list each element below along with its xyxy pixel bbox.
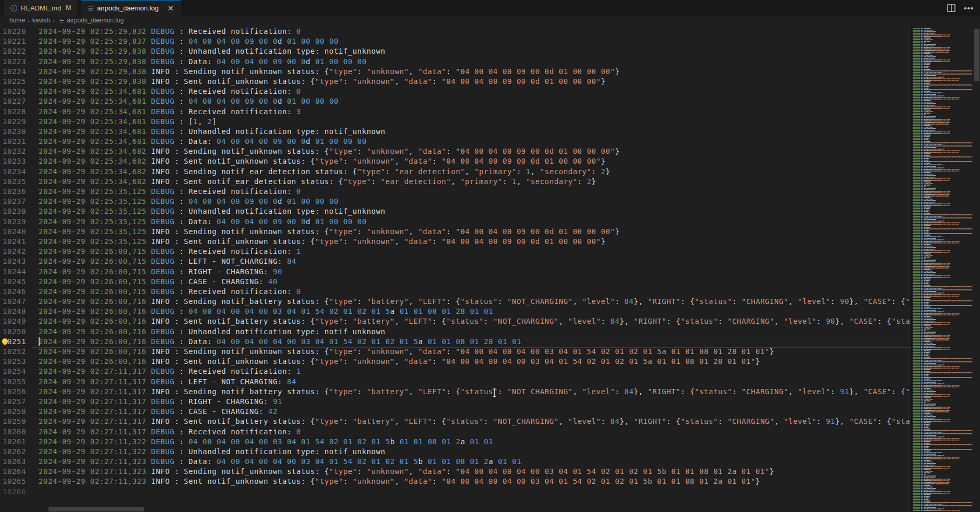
log-line[interactable]: 102452024-09-29 02:26:00,715 DEBUG : CAS… bbox=[0, 277, 911, 287]
line-number: 10220 bbox=[0, 27, 26, 36]
log-line[interactable]: 102502024-09-29 02:26:00,716 DEBUG : Unh… bbox=[0, 327, 911, 337]
log-line[interactable]: 102562024-09-29 02:27:11,317 INFO : Send… bbox=[0, 387, 911, 397]
log-line-text: 2024-09-29 02:25:34,682 INFO : Sent noti… bbox=[39, 177, 596, 186]
log-line[interactable]: 102522024-09-29 02:26:00,716 INFO : Send… bbox=[0, 347, 911, 357]
log-line-text: 2024-09-29 02:25:35,125 INFO : Sent noti… bbox=[39, 237, 606, 246]
log-line[interactable]: 102652024-09-29 02:27:11,323 INFO : Sent… bbox=[0, 477, 911, 486]
line-number: 10239 bbox=[0, 217, 26, 227]
breadcrumb: home › kavish › ☰ airpods_daemon.log bbox=[0, 16, 911, 25]
log-line-text: 2024-09-29 02:25:35,125 DEBUG : Unhandle… bbox=[39, 207, 385, 215]
breadcrumb-item-home[interactable]: home bbox=[9, 17, 25, 24]
log-line-text: 2024-09-29 02:25:35,125 INFO : Sending n… bbox=[39, 227, 619, 236]
log-line[interactable]: 102212024-09-29 02:25:29,837 DEBUG : 04 … bbox=[0, 36, 911, 46]
log-line[interactable]: 102352024-09-29 02:25:34,682 INFO : Sent… bbox=[0, 177, 911, 187]
vertical-scrollbar-thumb[interactable] bbox=[974, 29, 979, 81]
log-line[interactable]: 102312024-09-29 02:25:34,681 DEBUG : Dat… bbox=[0, 137, 911, 147]
line-number: 10255 bbox=[0, 377, 26, 387]
log-line[interactable]: 102602024-09-29 02:27:11,317 DEBUG : Rec… bbox=[0, 427, 911, 437]
log-line[interactable]: 102402024-09-29 02:25:35,125 INFO : Send… bbox=[0, 227, 911, 237]
minimap[interactable] bbox=[911, 25, 973, 512]
line-number: 10252 bbox=[0, 347, 26, 357]
lightbulb-icon[interactable] bbox=[2, 338, 8, 344]
log-line[interactable]: 102442024-09-29 02:26:00,715 DEBUG : RIG… bbox=[0, 267, 911, 277]
log-line-text: 2024-09-29 02:26:00,715 DEBUG : CASE - C… bbox=[39, 277, 278, 286]
log-line[interactable]: 102482024-09-29 02:26:00,716 DEBUG : 04 … bbox=[0, 307, 911, 316]
log-line[interactable]: 102592024-09-29 02:27:11,317 INFO : Sent… bbox=[0, 417, 911, 426]
tab-readme[interactable]: i README.md M bbox=[4, 0, 77, 16]
chevron-right-icon: › bbox=[27, 17, 31, 23]
line-number: 10235 bbox=[0, 177, 26, 187]
line-number: 10250 bbox=[0, 327, 26, 337]
log-line[interactable]: 102292024-09-29 02:25:34,681 DEBUG : [1,… bbox=[0, 117, 911, 127]
horizontal-scrollbar[interactable] bbox=[49, 507, 144, 511]
chevron-right-icon: › bbox=[52, 17, 56, 23]
line-number: 10236 bbox=[0, 187, 26, 197]
log-line[interactable]: 102322024-09-29 02:25:34,682 INFO : Send… bbox=[0, 147, 911, 156]
log-line[interactable]: 102632024-09-29 02:27:11,323 DEBUG : Dat… bbox=[0, 457, 911, 467]
close-icon[interactable]: ✕ bbox=[166, 4, 175, 13]
log-line[interactable]: 102472024-09-29 02:26:00,716 INFO : Send… bbox=[0, 297, 911, 307]
log-line[interactable]: 102282024-09-29 02:25:34,681 DEBUG : Rec… bbox=[0, 107, 911, 117]
log-line-text: 2024-09-29 02:27:11,317 DEBUG : Received… bbox=[39, 428, 301, 436]
log-line[interactable]: 102262024-09-29 02:25:34,681 DEBUG : Rec… bbox=[0, 87, 911, 96]
log-line[interactable]: 102532024-09-29 02:26:00,716 INFO : Sent… bbox=[0, 357, 911, 367]
tab-label: airpods_daemon.log bbox=[97, 4, 159, 12]
log-line-text: 2024-09-29 02:25:35,125 DEBUG : 04 00 04… bbox=[39, 197, 339, 205]
log-line-text: 2024-09-29 02:27:11,323 INFO : Sent noti… bbox=[39, 477, 760, 485]
log-line-text: 2024-09-29 02:27:11,323 DEBUG : Data: 04… bbox=[39, 457, 521, 466]
log-line[interactable]: 102582024-09-29 02:27:11,317 DEBUG : CAS… bbox=[0, 407, 911, 417]
log-line[interactable]: 102342024-09-29 02:25:34,682 INFO : Send… bbox=[0, 167, 911, 177]
log-line-text: 2024-09-29 02:26:00,716 DEBUG : Unhandle… bbox=[39, 327, 385, 336]
log-line-text: 2024-09-29 02:26:00,715 DEBUG : RIGHT - … bbox=[39, 267, 282, 276]
log-line[interactable]: 102202024-09-29 02:25:29,832 DEBUG : Rec… bbox=[0, 27, 911, 36]
log-line-text: 2024-09-29 02:26:00,716 DEBUG : 04 00 04… bbox=[39, 307, 493, 315]
log-line[interactable]: 102412024-09-29 02:25:35,125 INFO : Sent… bbox=[0, 237, 911, 247]
log-line[interactable]: 102362024-09-29 02:25:35,125 DEBUG : Rec… bbox=[0, 187, 911, 197]
log-line[interactable]: 102512024-09-29 02:26:00,716 DEBUG : Dat… bbox=[0, 337, 911, 347]
log-file-icon: ☰ bbox=[88, 5, 93, 11]
log-line[interactable]: 102382024-09-29 02:25:35,125 DEBUG : Unh… bbox=[0, 206, 911, 216]
log-line[interactable]: 102272024-09-29 02:25:34,681 DEBUG : 04 … bbox=[0, 96, 911, 106]
vertical-scrollbar[interactable] bbox=[973, 16, 980, 512]
log-line-text: 2024-09-29 02:27:11,317 INFO : Sent noti… bbox=[39, 417, 911, 425]
split-editor-icon[interactable] bbox=[947, 4, 955, 12]
log-line-text: 2024-09-29 02:27:11,322 DEBUG : Unhandle… bbox=[39, 447, 385, 456]
line-number: 10229 bbox=[0, 117, 26, 127]
line-number: 10244 bbox=[0, 267, 26, 277]
log-line-text: 2024-09-29 02:25:34,681 DEBUG : Data: 04… bbox=[39, 137, 367, 145]
breadcrumb-item-file[interactable]: airpods_daemon.log bbox=[67, 17, 124, 24]
log-lines: 102202024-09-29 02:25:29,832 DEBUG : Rec… bbox=[0, 27, 911, 497]
tab-airpods-daemon-log[interactable]: ☰ airpods_daemon.log ✕ bbox=[81, 0, 181, 16]
log-line[interactable]: 102642024-09-29 02:27:11,323 INFO : Send… bbox=[0, 467, 911, 477]
log-line[interactable]: 102302024-09-29 02:25:34,681 DEBUG : Unh… bbox=[0, 127, 911, 137]
log-line[interactable]: 102612024-09-29 02:27:11,322 DEBUG : 04 … bbox=[0, 437, 911, 447]
log-line[interactable]: 102462024-09-29 02:26:00,715 DEBUG : Rec… bbox=[0, 287, 911, 297]
log-line[interactable]: 102432024-09-29 02:26:00,715 DEBUG : LEF… bbox=[0, 257, 911, 266]
log-line[interactable]: 102422024-09-29 02:26:00,715 DEBUG : Rec… bbox=[0, 247, 911, 257]
log-line-text: 2024-09-29 02:25:34,682 INFO : Sending n… bbox=[39, 167, 611, 176]
log-line[interactable]: 102332024-09-29 02:25:34,682 INFO : Sent… bbox=[0, 156, 911, 166]
line-number: 10253 bbox=[0, 357, 26, 367]
more-actions-icon[interactable]: ••• bbox=[964, 4, 974, 13]
breadcrumb-item-kavish[interactable]: kavish bbox=[32, 17, 50, 24]
log-line[interactable]: 102372024-09-29 02:25:35,125 DEBUG : 04 … bbox=[0, 197, 911, 206]
line-number: 10224 bbox=[0, 67, 26, 77]
log-line[interactable]: 102242024-09-29 02:25:29,838 INFO : Send… bbox=[0, 67, 911, 77]
log-line-text: 2024-09-29 02:26:00,716 INFO : Sent noti… bbox=[39, 357, 760, 365]
log-line[interactable]: 10266 bbox=[0, 487, 911, 497]
line-number: 10263 bbox=[0, 457, 26, 467]
log-line[interactable]: 102572024-09-29 02:27:11,317 DEBUG : RIG… bbox=[0, 397, 911, 407]
log-line[interactable]: 102232024-09-29 02:25:29,838 DEBUG : Dat… bbox=[0, 57, 911, 67]
log-line[interactable]: 102552024-09-29 02:27:11,317 DEBUG : LEF… bbox=[0, 377, 911, 387]
log-line[interactable]: 102222024-09-29 02:25:29,838 DEBUG : Unh… bbox=[0, 46, 911, 56]
log-line[interactable]: 102492024-09-29 02:26:00,716 INFO : Sent… bbox=[0, 316, 911, 326]
log-line[interactable]: 102392024-09-29 02:25:35,125 DEBUG : Dat… bbox=[0, 217, 911, 227]
log-line[interactable]: 102622024-09-29 02:27:11,322 DEBUG : Unh… bbox=[0, 447, 911, 457]
log-line-text: 2024-09-29 02:27:11,317 DEBUG : LEFT - N… bbox=[39, 377, 296, 386]
editor-pane[interactable]: 102202024-09-29 02:25:29,832 DEBUG : Rec… bbox=[0, 25, 911, 512]
line-number: 10260 bbox=[0, 427, 26, 437]
log-line[interactable]: 102252024-09-29 02:25:29,838 INFO : Sent… bbox=[0, 77, 911, 87]
vscode-window: i README.md M ☰ airpods_daemon.log ✕ •••… bbox=[0, 0, 980, 512]
log-line[interactable]: 102542024-09-29 02:27:11,317 DEBUG : Rec… bbox=[0, 367, 911, 376]
line-number: 10240 bbox=[0, 227, 26, 237]
